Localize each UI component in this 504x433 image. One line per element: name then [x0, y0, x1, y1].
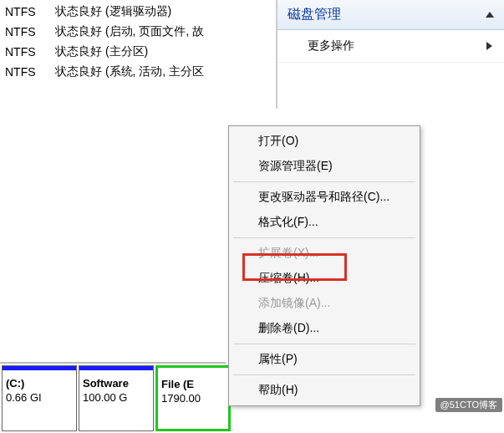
volume-fs: NTFS — [0, 22, 50, 42]
partition-bar-icon — [3, 366, 76, 370]
menu-separator — [233, 237, 415, 238]
menu-separator — [233, 181, 415, 182]
menu-explorer[interactable]: 资源管理器(E) — [232, 154, 417, 179]
volume-list: NTFS 状态良好 (逻辑驱动器) NTFS 状态良好 (启动, 页面文件, 故… — [0, 0, 277, 109]
table-row[interactable]: NTFS 状态良好 (主分区) — [0, 42, 276, 62]
table-row[interactable]: NTFS 状态良好 (系统, 活动, 主分区 — [0, 62, 276, 82]
partition-size: 0.66 GI — [6, 391, 73, 404]
volume-fs: NTFS — [0, 42, 50, 62]
menu-extend-volume: 扩展卷(X)... — [232, 241, 417, 266]
menu-properties[interactable]: 属性(P) — [232, 347, 417, 372]
menu-add-mirror: 添加镜像(A)... — [232, 291, 417, 316]
partition-name: Software — [83, 377, 150, 390]
volume-fs: NTFS — [0, 2, 50, 22]
volume-status: 状态良好 (系统, 活动, 主分区 — [50, 62, 276, 82]
actions-panel: 磁盘管理 更多操作 — [277, 0, 504, 109]
panel-header-disk-management[interactable]: 磁盘管理 — [277, 0, 504, 30]
menu-help[interactable]: 帮助(H) — [232, 378, 417, 403]
menu-format[interactable]: 格式化(F)... — [232, 210, 417, 235]
partition-name: (C:) — [6, 377, 73, 390]
volume-fs: NTFS — [0, 62, 50, 82]
partition-c[interactable]: (C:) 0.66 GI — [2, 365, 77, 431]
partition-size: 1790.00 — [161, 392, 225, 405]
disk-graphical-view: (C:) 0.66 GI Software 100.00 G File (E 1… — [0, 362, 226, 433]
watermark: @51CTO博客 — [435, 398, 502, 412]
volume-status: 状态良好 (主分区) — [50, 42, 276, 62]
menu-delete-volume[interactable]: 删除卷(D)... — [232, 316, 417, 341]
menu-open[interactable]: 打开(O) — [232, 129, 417, 154]
table-row[interactable]: NTFS 状态良好 (启动, 页面文件, 故 — [0, 22, 276, 42]
more-actions-item[interactable]: 更多操作 — [277, 30, 504, 63]
submenu-arrow-icon — [486, 42, 492, 50]
panel-title: 磁盘管理 — [288, 6, 341, 23]
table-row[interactable]: NTFS 状态良好 (逻辑驱动器) — [0, 2, 276, 22]
context-menu: 打开(O) 资源管理器(E) 更改驱动器号和路径(C)... 格式化(F)...… — [228, 125, 420, 406]
partition-name: File (E — [161, 378, 225, 390]
menu-separator — [233, 344, 415, 344]
menu-change-drive-letter[interactable]: 更改驱动器号和路径(C)... — [232, 185, 417, 210]
menu-separator — [233, 374, 415, 375]
partition-software[interactable]: Software 100.00 G — [79, 365, 154, 431]
partition-file[interactable]: File (E 1790.00 — [155, 365, 231, 431]
partition-size: 100.00 G — [83, 391, 150, 404]
volume-status: 状态良好 (逻辑驱动器) — [50, 2, 276, 22]
more-actions-label: 更多操作 — [308, 38, 354, 53]
menu-shrink-volume[interactable]: 压缩卷(H)... — [232, 266, 417, 291]
collapse-icon — [486, 12, 494, 18]
partition-bar-icon — [79, 366, 153, 370]
volume-status: 状态良好 (启动, 页面文件, 故 — [50, 22, 276, 42]
